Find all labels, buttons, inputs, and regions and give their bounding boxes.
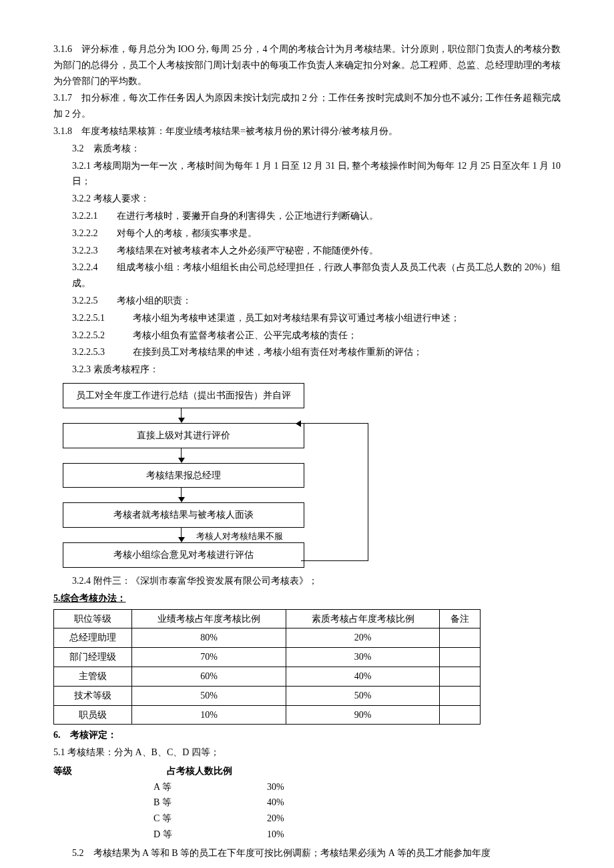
heading-5: 5.综合考核办法： xyxy=(53,590,561,606)
para-3-2-4: 3.2.4 附件三：《深圳市泰富华投资发展有限公司考核表》； xyxy=(53,573,561,589)
th-quality-ratio: 素质考核占年度考核比例 xyxy=(286,609,440,628)
th-position: 职位等级 xyxy=(54,609,132,628)
grade-percent: 10% xyxy=(267,827,380,843)
para-3-2: 3.2 素质考核： xyxy=(53,141,561,157)
th-remark: 备注 xyxy=(440,609,481,628)
para-3-2-2-5-1: 3.2.2.5.1 考核小组为考核申述渠道，员工如对考核结果有异议可通过考核小组… xyxy=(53,310,561,326)
flow-box-4: 考核者就考核结果与被考核人面谈 xyxy=(63,502,304,528)
grade-row: B 等40% xyxy=(53,795,561,811)
heading-6: 6. 考核评定： xyxy=(53,727,561,743)
table-cell: 30% xyxy=(286,648,440,667)
table-cell: 10% xyxy=(132,705,286,725)
para-3-2-2-1: 3.2.2.1 在进行考核时，要撇开自身的利害得失，公正地进行判断确认。 xyxy=(53,208,561,224)
para-3-2-3: 3.2.3 素质考核程序： xyxy=(53,362,561,378)
para-3-1-8: 3.1.8 年度考核结果核算：年度业绩考核结果=被考核月份的累计得分/被考核月份… xyxy=(53,123,561,139)
arrow-3 xyxy=(63,488,300,502)
table-header-row: 职位等级 业绩考核占年度考核比例 素质考核占年度考核比例 备注 xyxy=(54,609,481,628)
table-row: 职员级10%90% xyxy=(54,705,481,725)
grade-percent: 40% xyxy=(267,795,380,811)
para-3-1-7: 3.1.7 扣分标准，每次工作任务因人为原因未按计划完成扣 2 分；工作任务按时… xyxy=(53,90,561,122)
arrow-4: 考核人对考核结果不服 xyxy=(63,528,300,542)
flow-box-5: 考核小组综合意见对考核进行评估 xyxy=(63,542,304,568)
para-3-2-2-4: 3.2.2.4 组成考核小组：考核小组组长由公司总经理担任，行政人事部负责人及员… xyxy=(53,260,561,292)
para-5-1: 5.1 考核结果：分为 A、B、C、D 四等； xyxy=(53,745,561,761)
arrow-1 xyxy=(63,408,300,423)
table-comprehensive-assessment: 职位等级 业绩考核占年度考核比例 素质考核占年度考核比例 备注 总经理助理80%… xyxy=(53,609,481,725)
table-cell: 50% xyxy=(286,686,440,705)
para-3-2-2-3: 3.2.2.3 考核结果在对被考核者本人之外必须严守秘密，不能随便外传。 xyxy=(53,243,561,259)
grade-header-ratio: 占考核人数比例 xyxy=(167,763,300,779)
table-row: 主管级60%40% xyxy=(54,667,481,686)
table-cell xyxy=(440,667,481,686)
table-cell xyxy=(440,705,481,725)
para-3-2-2-5-3: 3.2.2.5.3 在接到员工对考核结果的申述，考核小组有责任对考核作重新的评估… xyxy=(53,344,561,360)
table-cell xyxy=(440,648,481,667)
grade-level: D 等 xyxy=(53,827,267,843)
table-cell: 部门经理级 xyxy=(54,648,132,667)
flow-box-2: 直接上级对其进行评价 xyxy=(63,423,304,448)
table-cell xyxy=(440,628,481,648)
table-cell: 40% xyxy=(286,667,440,686)
grade-percent: 20% xyxy=(267,811,380,827)
table-cell: 80% xyxy=(132,628,286,648)
grade-level: B 等 xyxy=(53,795,267,811)
arrow-2 xyxy=(63,448,300,463)
para-5-2: 5.2 考核结果为 A 等和 B 等的员工在下年度可按比例调薪；考核结果必须为 … xyxy=(53,845,561,861)
para-3-1-6: 3.1.6 评分标准，每月总分为 IOO 分, 每周 25 分，4 个周的考核合… xyxy=(53,41,561,89)
grade-percent: 30% xyxy=(267,779,380,795)
table-cell: 90% xyxy=(286,705,440,725)
table-cell: 20% xyxy=(286,628,440,648)
grade-row: C 等20% xyxy=(53,811,561,827)
para-3-2-2-5: 3.2.2.5 考核小组的职责： xyxy=(53,293,561,309)
arrow-4-label: 考核人对考核结果不服 xyxy=(196,529,283,544)
grade-row: A 等30% xyxy=(53,779,561,795)
para-3-2-2: 3.2.2 考核人要求： xyxy=(53,191,561,207)
grade-distribution: 等级 占考核人数比例 A 等30%B 等40%C 等20%D 等10% xyxy=(53,763,561,843)
para-3-2-2-2: 3.2.2.2 对每个人的考核，都须实事求是。 xyxy=(53,226,561,242)
table-row: 技术等级50%50% xyxy=(54,686,481,705)
table-cell: 技术等级 xyxy=(54,686,132,705)
flowchart-quality-assessment: 员工对全年度工作进行总结（提出书面报告）并自评 直接上级对其进行评价 考核结果报… xyxy=(63,383,370,568)
table-cell: 60% xyxy=(132,667,286,686)
grade-level: A 等 xyxy=(53,779,267,795)
table-row: 部门经理级70%30% xyxy=(54,648,481,667)
table-cell: 主管级 xyxy=(54,667,132,686)
para-3-2-2-5-2: 3.2.2.5.2 考核小组负有监督考核者公正、公平完成考核的责任； xyxy=(53,328,561,344)
th-perf-ratio: 业绩考核占年度考核比例 xyxy=(132,609,286,628)
flow-box-1: 员工对全年度工作进行总结（提出书面报告）并自评 xyxy=(63,383,304,408)
flow-loop-back xyxy=(301,423,368,561)
table-cell xyxy=(440,686,481,705)
table-row: 总经理助理80%20% xyxy=(54,628,481,648)
grade-header: 等级 占考核人数比例 xyxy=(53,763,561,779)
para-3-2-1: 3.2.1 考核周期为一年一次，考核时间为每年 1 月 1 日至 12 月 31… xyxy=(53,158,561,190)
grade-row: D 等10% xyxy=(53,827,561,843)
grade-level: C 等 xyxy=(53,811,267,827)
table-cell: 总经理助理 xyxy=(54,628,132,648)
table-cell: 50% xyxy=(132,686,286,705)
table-cell: 70% xyxy=(132,648,286,667)
grade-header-level: 等级 xyxy=(53,763,167,779)
table-cell: 职员级 xyxy=(54,705,132,725)
flow-box-3: 考核结果报总经理 xyxy=(63,463,304,488)
